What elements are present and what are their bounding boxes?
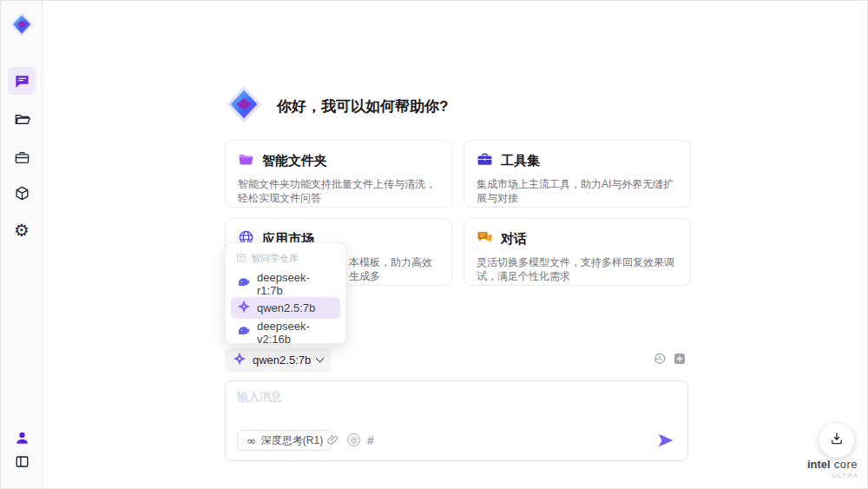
model-dropdown: 智问学仓库 deepseek-r1:7b qwen2.5:7b xyxy=(225,242,346,344)
deep-think-label: 深度思考(R1) xyxy=(261,433,323,448)
mention-icon: @ xyxy=(347,433,360,446)
chat-bubbles-icon xyxy=(477,229,493,249)
download-button[interactable] xyxy=(819,423,854,458)
new-chat-icon xyxy=(673,352,687,369)
model-option-qwen[interactable]: qwen2.5:7b xyxy=(231,297,340,319)
card-dialogue[interactable]: 对话 灵活切换多模型文件，支持多样回复效果调试，满足个性化需求 xyxy=(464,218,691,286)
hash-button[interactable]: # xyxy=(367,433,373,447)
attach-button[interactable] xyxy=(326,433,339,450)
sidebar-item-folders[interactable] xyxy=(8,105,36,133)
sidebar-item-panel-toggle[interactable] xyxy=(8,447,36,475)
folder-icon xyxy=(14,111,30,128)
deep-think-icon: ∞ xyxy=(247,434,256,447)
history-icon xyxy=(653,352,667,369)
send-icon xyxy=(656,438,675,453)
download-icon xyxy=(829,431,845,450)
new-chat-button[interactable] xyxy=(672,353,687,368)
card-desc: 智能文件夹功能支持批量文件上传与清洗，轻松实现文件问答 xyxy=(238,177,439,205)
intel-ultra-label: ULTRA xyxy=(801,472,864,479)
card-title: 工具集 xyxy=(501,153,540,169)
briefcase-filled-icon xyxy=(477,151,493,171)
history-button[interactable] xyxy=(652,353,667,368)
intel-core-logo: intel core xyxy=(801,458,864,471)
qwen-icon xyxy=(237,300,251,316)
card-title: 智能文件夹 xyxy=(262,153,327,169)
panel-toggle-icon xyxy=(14,453,30,470)
hash-icon: # xyxy=(367,433,373,447)
deepseek-whale-icon xyxy=(237,324,251,340)
sidebar-item-chat[interactable] xyxy=(8,67,36,95)
app-logo-icon xyxy=(9,11,35,37)
qwen-icon xyxy=(233,352,247,368)
folder-purple-icon xyxy=(238,151,254,171)
selected-model-label: qwen2.5:7b xyxy=(253,354,311,367)
cube-icon xyxy=(14,185,30,202)
sidebar: ⚙ xyxy=(1,1,43,488)
mention-button[interactable]: @ xyxy=(347,433,360,446)
card-desc: 集成市场上主流工具，助力AI与外界无缝扩展与对接 xyxy=(477,177,678,205)
card-toolset[interactable]: 工具集 集成市场上主流工具，助力AI与外界无缝扩展与对接 xyxy=(464,140,691,208)
user-icon xyxy=(14,430,30,446)
deepseek-whale-icon xyxy=(237,275,251,292)
model-selector-button[interactable]: qwen2.5:7b xyxy=(225,348,331,372)
model-option-deepseek-r1[interactable]: deepseek-r1:7b xyxy=(231,273,340,294)
model-option-deepseek-v2[interactable]: deepseek-v2:16b xyxy=(231,321,340,343)
model-option-label: deepseek-v2:16b xyxy=(257,320,334,346)
model-dropdown-header: 智问学仓库 xyxy=(231,250,340,270)
card-desc: 灵活切换多模型文件，支持多样回复效果调试，满足个性化需求 xyxy=(477,255,678,283)
sidebar-item-settings[interactable]: ⚙ xyxy=(8,216,36,244)
model-option-label: qwen2.5:7b xyxy=(257,301,315,314)
chat-icon xyxy=(14,73,30,89)
send-button[interactable] xyxy=(656,431,675,450)
chevron-down-icon xyxy=(316,354,325,363)
paperclip-icon xyxy=(326,433,339,450)
greeting-logo-icon xyxy=(224,84,264,124)
sidebar-item-toolset[interactable] xyxy=(8,143,36,171)
gear-icon: ⚙ xyxy=(14,221,30,239)
briefcase-icon xyxy=(14,149,30,166)
intel-core-badge: intel core ULTRA xyxy=(801,458,864,479)
deep-think-toggle[interactable]: ∞ 深度思考(R1) xyxy=(237,430,332,451)
card-title: 对话 xyxy=(501,231,527,248)
message-composer: ∞ 深度思考(R1) @ # xyxy=(225,380,688,461)
app-window: ⚙ 你好，我可以如何帮助你? xyxy=(0,0,868,489)
model-option-label: deepseek-r1:7b xyxy=(257,271,334,297)
card-smart-folder[interactable]: 智能文件夹 智能文件夹功能支持批量文件上传与清洗，轻松实现文件问答 xyxy=(225,140,452,208)
sidebar-item-models[interactable] xyxy=(8,179,36,207)
message-input[interactable] xyxy=(237,389,671,427)
page-title: 你好，我可以如何帮助你? xyxy=(277,96,448,116)
repo-icon xyxy=(236,253,247,265)
